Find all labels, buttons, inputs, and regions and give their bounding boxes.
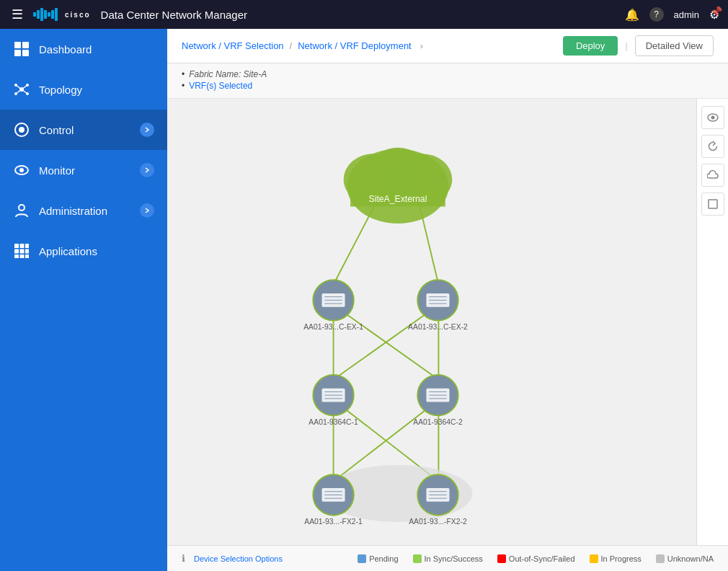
legend-bar: ℹ Device Selection Options Pending In Sy… bbox=[167, 545, 728, 571]
fabric-name-label: Fabric Name: Site-A bbox=[189, 69, 267, 79]
svg-rect-2 bbox=[40, 8, 43, 21]
deploy-button[interactable]: Deploy bbox=[563, 36, 618, 56]
out-of-sync-label: Out-of-Sync/Failed bbox=[509, 554, 575, 563]
top-bar: ☰ cisco Data Center Network Manager 🔔 ? … bbox=[0, 0, 728, 29]
info-bar: Fabric Name: Site-A VRF(s) Selected bbox=[167, 63, 728, 99]
pending-label: Pending bbox=[369, 554, 398, 563]
breadcrumb-step2: Network / VRF Deployment bbox=[298, 40, 412, 51]
vrf-selected-info: VRF(s) Selected bbox=[182, 81, 714, 91]
right-toolbar bbox=[696, 99, 728, 545]
svg-rect-25 bbox=[14, 244, 19, 248]
breadcrumb-actions: Deploy | Detailed View bbox=[563, 35, 714, 56]
breadcrumb-step1[interactable]: Network / VRF Selection bbox=[182, 40, 284, 51]
expand-toolbar-btn[interactable] bbox=[701, 192, 724, 216]
svg-text:AA01-93...C-EX-1: AA01-93...C-EX-1 bbox=[303, 323, 363, 331]
sidebar-item-label-applications: Applications bbox=[39, 245, 154, 257]
breadcrumb-separator: / bbox=[290, 40, 293, 51]
sidebar-item-label-administration: Administration bbox=[39, 205, 131, 217]
svg-rect-0 bbox=[33, 12, 36, 17]
sidebar-item-label-monitor: Monitor bbox=[39, 164, 131, 177]
svg-rect-3 bbox=[44, 10, 47, 19]
menu-icon[interactable]: ☰ bbox=[9, 6, 26, 22]
info-circle-icon: ℹ bbox=[182, 553, 185, 564]
svg-rect-27 bbox=[25, 244, 29, 248]
svg-point-24 bbox=[19, 205, 25, 211]
out-of-sync-dot bbox=[497, 554, 506, 563]
svg-text:AA01-9364C-2: AA01-9364C-2 bbox=[413, 418, 463, 426]
applications-icon bbox=[13, 242, 30, 260]
administration-chevron[interactable] bbox=[140, 203, 154, 218]
pending-dot bbox=[358, 554, 366, 563]
node-c1[interactable]: AA01-9364C-1 bbox=[308, 375, 358, 426]
sidebar-item-dashboard[interactable]: Dashboard bbox=[0, 29, 167, 69]
legend-in-progress: In Progress bbox=[590, 554, 642, 563]
svg-point-47 bbox=[370, 148, 425, 191]
fabric-name-info: Fabric Name: Site-A bbox=[182, 69, 714, 79]
cisco-text: cisco bbox=[65, 11, 91, 19]
sidebar-item-administration[interactable]: Administration bbox=[0, 190, 167, 231]
legend-out-of-sync: Out-of-Sync/Failed bbox=[497, 554, 575, 563]
svg-text:SiteA_External: SiteA_External bbox=[369, 194, 427, 204]
node-ex1[interactable]: AA01-93...C-EX-1 bbox=[303, 280, 363, 331]
svg-text:AA01-9364C-1: AA01-9364C-1 bbox=[308, 418, 358, 426]
detailed-view-button[interactable]: Detailed View bbox=[635, 35, 714, 56]
cisco-logo: cisco bbox=[33, 6, 91, 22]
svg-text:AA01-93...C-EX-2: AA01-93...C-EX-2 bbox=[408, 323, 468, 331]
sidebar-item-control[interactable]: Control bbox=[0, 110, 167, 150]
svg-rect-32 bbox=[20, 254, 25, 258]
dashboard-icon bbox=[13, 40, 30, 58]
bell-icon[interactable]: 🔔 bbox=[625, 8, 639, 22]
refresh-toolbar-btn[interactable] bbox=[701, 135, 724, 158]
cloud-node[interactable]: SiteA_External bbox=[344, 148, 453, 223]
svg-line-16 bbox=[16, 85, 22, 89]
svg-point-23 bbox=[19, 168, 24, 172]
control-chevron[interactable] bbox=[140, 123, 154, 137]
sidebar-item-label-dashboard: Dashboard bbox=[39, 43, 154, 56]
svg-rect-9 bbox=[14, 50, 21, 56]
topology-canvas: SiteA_External AA01-93...C-EX-1 bbox=[167, 99, 728, 545]
top-icons: 🔔 ? admin ⚙ bbox=[625, 7, 719, 22]
in-sync-label: In Sync/Success bbox=[425, 554, 483, 563]
control-icon bbox=[13, 121, 30, 138]
svg-rect-5 bbox=[51, 10, 54, 19]
vrf-selected-link[interactable]: VRF(s) Selected bbox=[189, 81, 252, 91]
legend-unknown: Unknown/NA bbox=[656, 554, 714, 563]
content-area: Network / VRF Selection / Network / VRF … bbox=[167, 29, 728, 571]
sidebar-item-monitor[interactable]: Monitor bbox=[0, 150, 167, 190]
svg-point-21 bbox=[19, 127, 25, 133]
admin-label: admin bbox=[674, 9, 699, 20]
svg-line-17 bbox=[22, 85, 27, 89]
svg-text:AA01-93...-FX2-2: AA01-93...-FX2-2 bbox=[409, 518, 467, 526]
administration-icon bbox=[13, 202, 30, 219]
legend-in-sync: In Sync/Success bbox=[413, 554, 483, 563]
cloud-toolbar-btn[interactable] bbox=[701, 164, 724, 187]
monitor-icon bbox=[13, 161, 30, 179]
main-layout: 📌 Dashboard bbox=[0, 29, 728, 571]
in-progress-label: In Progress bbox=[601, 554, 642, 563]
svg-rect-10 bbox=[22, 50, 29, 56]
svg-rect-28 bbox=[14, 249, 19, 254]
svg-rect-33 bbox=[25, 254, 29, 258]
monitor-chevron[interactable] bbox=[140, 163, 154, 177]
svg-rect-1 bbox=[37, 10, 40, 19]
breadcrumb-bar: Network / VRF Selection / Network / VRF … bbox=[167, 29, 728, 63]
svg-rect-8 bbox=[22, 42, 29, 48]
svg-rect-26 bbox=[20, 244, 25, 248]
sidebar-item-applications[interactable]: Applications bbox=[0, 231, 167, 271]
sidebar: 📌 Dashboard bbox=[0, 29, 167, 571]
topology-svg: SiteA_External AA01-93...C-EX-1 bbox=[167, 99, 696, 545]
in-sync-dot bbox=[413, 554, 422, 563]
node-ex2[interactable]: AA01-93...C-EX-2 bbox=[408, 280, 468, 331]
eye-toolbar-btn[interactable] bbox=[701, 106, 724, 129]
node-c2[interactable]: AA01-9364C-2 bbox=[413, 375, 463, 426]
svg-rect-89 bbox=[709, 200, 717, 208]
sidebar-item-topology[interactable]: Topology bbox=[0, 69, 167, 110]
cisco-logo-svg bbox=[33, 6, 61, 22]
in-progress-dot bbox=[590, 554, 598, 563]
svg-line-18 bbox=[16, 89, 22, 94]
svg-rect-31 bbox=[14, 254, 19, 258]
svg-rect-6 bbox=[55, 8, 58, 21]
help-icon[interactable]: ? bbox=[649, 7, 664, 22]
device-selection-options-link[interactable]: Device Selection Options bbox=[194, 554, 283, 563]
svg-rect-7 bbox=[14, 42, 21, 48]
